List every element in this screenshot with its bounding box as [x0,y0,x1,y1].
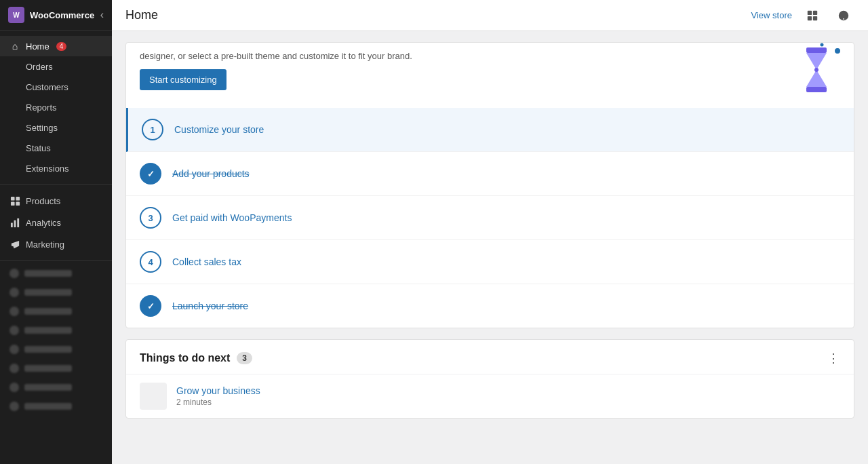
main-nav-sections: Products Analytics Marketing [0,185,112,261]
blurred-item-8 [0,397,112,416]
sidebar-item-extensions[interactable]: Extensions [0,158,112,178]
checklist-item-3[interactable]: 3 Get paid with WooPayments [126,196,854,240]
blurred-item-1 [0,264,112,283]
settings-icon [9,122,20,133]
products-icon [9,195,20,206]
sidebar-item-products-label: Products [26,196,60,206]
banner-illustration [793,43,840,97]
store-banner: designer, or select a pre-built theme an… [126,43,854,108]
sidebar-item-home-label: Home [26,41,50,52]
step-circle-4: 4 [140,251,161,273]
blurred-item-7 [0,378,112,397]
topbar: Home View store [112,0,868,31]
sidebar-item-reports[interactable]: Reports [0,97,112,117]
step-circle-1: 1 [142,119,163,140]
blurred-item-4 [0,321,112,340]
analytics-icon [9,217,20,228]
layout-icon-btn[interactable] [802,5,823,26]
sidebar-item-customers[interactable]: Customers [0,77,112,97]
status-icon [9,142,20,153]
checklist-label-3: Get paid with WooPayments [172,212,292,223]
checklist-item-2[interactable]: ✓ Add your products [126,152,854,196]
sidebar-collapse-icon[interactable]: ‹ [100,9,104,21]
dot-indicator [835,48,840,54]
sidebar-item-settings-label: Settings [26,123,58,133]
sidebar-item-products[interactable]: Products [0,190,112,212]
page-title: Home [125,8,743,22]
woocommerce-nav: ⌂ Home 4 Orders Customers Reports Settin… [0,31,112,185]
svg-rect-2 [10,201,14,206]
todo-item-1[interactable]: Grow your business 2 minutes [126,374,854,418]
sidebar-item-home[interactable]: ⌂ Home 4 [0,36,112,56]
sidebar-item-customers-label: Customers [26,82,68,92]
sidebar-item-status[interactable]: Status [0,138,112,158]
help-icon-btn[interactable] [833,5,854,26]
sidebar-item-marketing[interactable]: Marketing [0,233,112,255]
reports-icon [9,102,20,113]
step-circle-3: 3 [140,207,161,229]
sidebar-brand-name: WooCommerce [30,10,94,20]
things-to-do-count: 3 [237,352,252,364]
setup-checklist: 1 Customize your store ✓ Add your produc… [126,108,854,328]
woocommerce-logo: W [8,7,24,23]
todo-item-subtitle-1: 2 minutes [176,398,260,407]
home-icon: ⌂ [9,41,20,52]
customize-banner-card: designer, or select a pre-built theme an… [125,42,854,328]
home-badge: 4 [56,42,67,51]
things-to-do-title: Things to do next [140,352,230,364]
checklist-label-2: Add your products [172,168,250,179]
blurred-item-2 [0,283,112,302]
svg-marker-13 [806,53,827,70]
svg-rect-5 [14,220,16,227]
orders-icon [9,61,20,72]
svg-rect-12 [806,47,827,53]
svg-point-16 [821,43,824,47]
todo-item-content-1: Grow your business 2 minutes [176,385,260,407]
svg-rect-9 [808,16,812,20]
sidebar-item-orders-label: Orders [26,62,53,72]
blurred-wp-nav [0,261,112,464]
svg-rect-6 [17,218,19,227]
extensions-icon [9,163,20,174]
things-to-do-header: Things to do next 3 ⋮ [126,340,854,374]
svg-rect-1 [16,196,20,200]
svg-rect-11 [806,87,827,92]
things-to-do-menu-icon[interactable]: ⋮ [827,351,840,366]
checklist-label-5: Launch your store [172,301,248,311]
blurred-item-5 [0,340,112,359]
svg-marker-14 [806,70,827,87]
blurred-item-6 [0,359,112,378]
svg-rect-7 [808,10,812,14]
start-customizing-button[interactable]: Start customizing [140,69,226,90]
checklist-item-1[interactable]: 1 Customize your store [126,108,854,152]
checklist-item-4[interactable]: 4 Collect sales tax [126,240,854,284]
svg-rect-8 [813,10,817,14]
sidebar-header[interactable]: W WooCommerce ‹ [0,0,112,31]
step-circle-2: ✓ [140,163,161,185]
sidebar-item-analytics-label: Analytics [26,218,61,228]
svg-rect-3 [16,201,20,206]
customers-icon [9,81,20,92]
checklist-label-4: Collect sales tax [172,256,241,267]
sidebar-item-analytics[interactable]: Analytics [0,212,112,233]
todo-item-title-1[interactable]: Grow your business [176,385,260,396]
step-circle-5: ✓ [140,295,161,317]
view-store-link[interactable]: View store [751,10,792,20]
checklist-item-5[interactable]: ✓ Launch your store [126,284,854,328]
sidebar-item-status-label: Status [26,143,51,153]
sidebar-item-settings[interactable]: Settings [0,117,112,138]
svg-point-15 [814,68,818,72]
svg-rect-10 [813,16,817,20]
blurred-item-3 [0,302,112,321]
sidebar-item-orders[interactable]: Orders [0,56,112,77]
svg-rect-0 [10,196,14,200]
banner-description: designer, or select a pre-built theme an… [140,50,412,63]
todo-item-icon-1 [140,383,167,410]
marketing-icon [9,239,20,250]
topbar-actions: View store [751,5,854,26]
sidebar-item-marketing-label: Marketing [26,239,64,250]
sidebar-item-reports-label: Reports [26,102,57,113]
things-to-do-card: Things to do next 3 ⋮ Grow your business… [125,339,854,419]
sidebar: W WooCommerce ‹ ⌂ Home 4 Orders Customer… [0,0,112,464]
content-area: designer, or select a pre-built theme an… [112,31,868,464]
